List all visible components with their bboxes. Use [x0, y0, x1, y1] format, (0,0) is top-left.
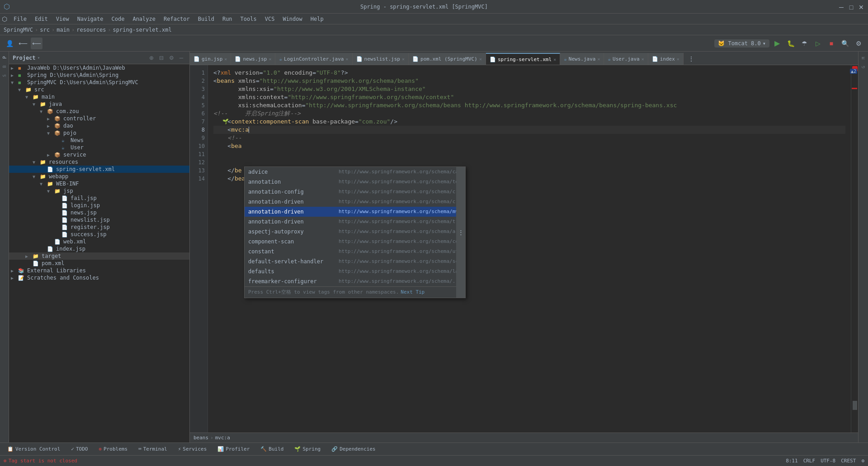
minimize-button[interactable]: ─: [838, 4, 844, 10]
tab-news-java[interactable]: ☕ News.java ✕: [560, 53, 604, 65]
tab-spring-servlet[interactable]: 📄 spring-servlet.xml ✕: [486, 53, 560, 65]
menu-file[interactable]: File: [10, 15, 30, 23]
ac-item-annotation-driven-2[interactable]: annotation-driven http://www.springframe…: [245, 217, 465, 227]
bottom-tab-version-control[interactable]: 📋 Version Control: [4, 445, 64, 453]
code-area[interactable]: <?xml version="1.0" encoding="UTF-8"?> <…: [208, 65, 851, 433]
path-item-mvca[interactable]: mvc:a: [215, 435, 230, 441]
bottom-tab-build[interactable]: 🔨 Build: [257, 445, 287, 453]
tab-close-btn[interactable]: ✕: [269, 57, 271, 62]
run-button[interactable]: ▶: [771, 38, 783, 49]
tree-item-main[interactable]: ▼ 📁 main: [9, 93, 189, 100]
search-button[interactable]: 🔍: [839, 38, 851, 49]
bottom-tab-spring[interactable]: 🌱 Spring: [291, 445, 324, 453]
tree-item-login-jsp[interactable]: ▶ 📄 login.jsp: [9, 202, 189, 209]
ac-item-annotation-driven-1[interactable]: annotation-driven http://www.springframe…: [245, 197, 465, 207]
coverage-button[interactable]: ☂: [798, 38, 810, 49]
menu-window[interactable]: Window: [279, 15, 306, 23]
tab-close-btn[interactable]: ✕: [553, 57, 556, 62]
menu-view[interactable]: View: [52, 15, 73, 23]
side-structure-icon[interactable]: S: [0, 71, 9, 80]
tab-close-btn[interactable]: ✕: [345, 57, 348, 62]
ac-item-annotation-driven-selected[interactable]: annotation-driven http://www.springframe…: [245, 207, 465, 217]
bottom-tab-todo[interactable]: ✓ TODO: [67, 445, 91, 453]
tab-overflow-btn[interactable]: ⋮: [685, 53, 697, 65]
tab-close-btn[interactable]: ✕: [402, 57, 405, 62]
menu-help[interactable]: Help: [307, 15, 327, 23]
run-button-2[interactable]: ▷: [812, 38, 824, 49]
tree-item-pojo[interactable]: ▼ 📦 pojo: [9, 129, 189, 137]
tab-pom[interactable]: 📄 pom.xml (SpringMVC) ✕: [409, 53, 486, 65]
tree-item-user-class[interactable]: ▶ ☕ User: [9, 144, 189, 151]
tab-close-btn[interactable]: ✕: [479, 57, 482, 62]
menu-code[interactable]: Code: [108, 15, 128, 23]
tab-close-btn[interactable]: ✕: [224, 57, 227, 62]
gradle-icon[interactable]: G: [859, 62, 868, 71]
locate-file-btn[interactable]: ⊕: [147, 53, 156, 62]
tree-item-webapp[interactable]: ▼ 📁 webapp: [9, 173, 189, 180]
tree-item-spring[interactable]: ▶ ◼ Spring D:\Users\Admin\Spring: [9, 71, 189, 79]
ac-item-defaults[interactable]: defaults http://www.springframework.org/…: [245, 266, 465, 276]
settings-button[interactable]: ⚙: [853, 38, 864, 49]
stop-button[interactable]: ■: [826, 38, 837, 49]
tree-item-success-jsp[interactable]: ▶ 📄 success.jsp: [9, 231, 189, 238]
bottom-tab-profiler[interactable]: 📊 Profiler: [214, 445, 253, 453]
tree-item-src[interactable]: ▼ 📁 src: [9, 86, 189, 93]
status-caret[interactable]: 8:11: [786, 458, 798, 464]
tree-item-dao[interactable]: ▶ 📦 dao: [9, 122, 189, 129]
breadcrumb-main[interactable]: main: [57, 27, 70, 33]
menu-tools[interactable]: Tools: [237, 15, 260, 23]
tree-item-news-class[interactable]: ▶ ☕ News: [9, 137, 189, 144]
autocomplete-popup[interactable]: advice http://www.springframework.org/sc…: [244, 166, 466, 298]
collapse-all-btn[interactable]: ⊟: [157, 53, 166, 62]
tree-item-scratches[interactable]: ▶ 📝 Scratches and Consoles: [9, 274, 189, 281]
maven-icon[interactable]: M: [859, 53, 868, 62]
project-panel-arrow[interactable]: ▾: [38, 55, 40, 60]
close-button[interactable]: ✕: [858, 4, 864, 10]
breadcrumb-src[interactable]: src: [40, 27, 50, 33]
ac-item-constant[interactable]: constant http://www.springframework.org/…: [245, 247, 465, 257]
ac-item-aspectj-autoproxy[interactable]: aspectj-autoproxy http://www.springframe…: [245, 227, 465, 237]
tree-item-index-jsp[interactable]: ▶ 📄 index.jsp: [9, 245, 189, 252]
tree-item-resources[interactable]: ▼ 📁 resources: [9, 158, 189, 166]
tab-close-btn[interactable]: ✕: [597, 57, 600, 62]
path-item-beans[interactable]: beans: [193, 435, 208, 441]
breadcrumb-springmvc[interactable]: SpringMVC: [4, 27, 33, 33]
tab-index[interactable]: 📄 index ✕: [648, 53, 684, 65]
tab-user-java[interactable]: ☕ User.java ✕: [604, 53, 648, 65]
toolbar-btn-1[interactable]: 👤: [4, 38, 15, 49]
tree-item-springmvc[interactable]: ▼ ◼ SpringMVC D:\Users\Admin\SpringMVC: [9, 79, 189, 86]
menu-run[interactable]: Run: [219, 15, 236, 23]
ac-item-default-servlet-handler[interactable]: default-servlet-handler http://www.sprin…: [245, 257, 465, 266]
ac-item-component-scan[interactable]: component-scan http://www.springframewor…: [245, 237, 465, 247]
breadcrumb-resources[interactable]: resources: [76, 27, 106, 33]
menu-navigate[interactable]: Navigate: [74, 15, 107, 23]
tree-item-web-xml[interactable]: ▶ 📄 web.xml: [9, 238, 189, 245]
status-settings[interactable]: ⚙: [861, 458, 864, 464]
side-project-icon[interactable]: P: [0, 53, 9, 62]
next-tip-btn[interactable]: Next Tip: [401, 288, 425, 296]
menu-refactor[interactable]: Refactor: [160, 15, 193, 23]
tab-newslist[interactable]: 📄 newslist.jsp ✕: [353, 53, 409, 65]
bottom-tab-services[interactable]: ⚡ Services: [175, 445, 211, 453]
tab-news[interactable]: 📄 news.jsp ✕: [231, 53, 275, 65]
menu-build[interactable]: Build: [194, 15, 218, 23]
bottom-tab-problems[interactable]: ⊗ Problems: [95, 445, 131, 453]
tree-item-target[interactable]: ▶ 📁 target: [9, 252, 189, 260]
debug-button[interactable]: 🐛: [785, 38, 797, 49]
status-encoding[interactable]: UTF-8: [821, 458, 835, 464]
tree-item-service[interactable]: ▶ 📦 service: [9, 151, 189, 158]
scrollbar-thumb[interactable]: [853, 401, 857, 410]
tab-gin[interactable]: 📄 gin.jsp ✕: [190, 53, 231, 65]
tree-item-java[interactable]: ▼ 📁 java: [9, 100, 189, 108]
tree-item-jsp-folder[interactable]: ▼ 📁 jsp: [9, 187, 189, 195]
ac-item-advice[interactable]: advice http://www.springframework.org/sc…: [245, 167, 465, 177]
panel-settings-btn[interactable]: ⚙: [167, 53, 176, 62]
bottom-tab-dependencies[interactable]: 🔗 Dependencies: [328, 445, 379, 453]
tree-item-fail-jsp[interactable]: ▶ 📄 fail.jsp: [9, 195, 189, 202]
maximize-button[interactable]: □: [848, 4, 854, 10]
ac-item-freemarker[interactable]: freemarker-configurer http://www.springf…: [245, 276, 465, 286]
menu-vcs[interactable]: VCS: [261, 15, 278, 23]
tree-item-pom-xml[interactable]: ▶ 📄 pom.xml: [9, 260, 189, 267]
toolbar-btn-3[interactable]: ⟵: [31, 38, 42, 49]
run-configuration[interactable]: 🐱 Tomcat 8.0 ▾: [714, 39, 769, 48]
